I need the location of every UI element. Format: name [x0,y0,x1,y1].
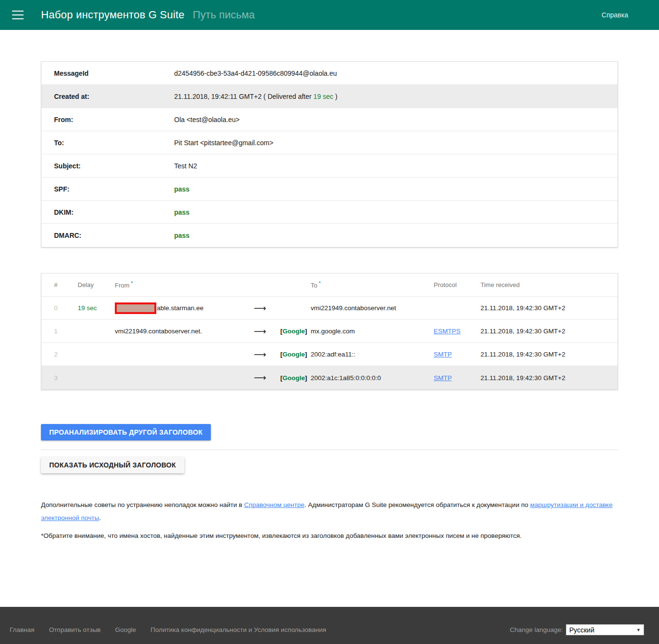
row-dkim: DKIM: pass [41,201,618,224]
hop-time: 21.11.2018, 19:42:30 GMT+2 [481,304,618,312]
dkim-status: pass [174,208,618,216]
troubleshooting-note: Дополнительные советы по устранению непо… [41,498,618,524]
arrow-right-icon: ⟶ [254,326,280,337]
hop-to: 2002:a1c:1a85:0:0:0:0:0 [311,374,434,382]
row-from: From: Ola <test@olaola.eu> [41,108,618,131]
help-center-link[interactable]: Справочном центре [244,501,304,508]
row-label: DKIM: [41,208,174,216]
row-label: Subject: [41,162,174,170]
col-header-protocol: Protocol [434,281,481,288]
protocol-link[interactable]: SMTP [434,374,452,382]
google-tag: [Google] [280,351,311,358]
col-header-from: From* [115,281,254,289]
hops-table-header: # Delay From* To* Protocol Time received [41,274,618,297]
chevron-down-icon: ▼ [636,628,641,632]
page-footer: Главная Отправить отзыв Google Политика … [0,607,659,644]
footer-link-home[interactable]: Главная [10,626,34,633]
from-value: Ola <test@olaola.eu> [174,116,618,123]
messageid-value: d2454956-cbe3-53a4-d421-09586c809944@ola… [174,69,618,77]
col-header-num: # [54,281,78,288]
row-messageid: MessageId d2454956-cbe3-53a4-d421-09586c… [41,62,618,85]
hop-protocol: SMTP [434,351,481,358]
app-title: Набор инструментов G Suite [41,9,185,21]
hop-time: 21.11.2018, 19:42:30 GMT+2 [481,374,618,382]
hostnames-disclaimer: *Обратите внимание, что имена хостов, на… [41,532,618,539]
subject-value: Test N2 [174,162,618,170]
hamburger-menu-icon[interactable] [12,11,24,19]
hop-time: 21.11.2018, 19:42:30 GMT+2 [481,351,618,358]
created-at-value: 21.11.2018, 19:42:11 GMT+2 ( Delivered a… [174,93,618,100]
hops-table: # Delay From* To* Protocol Time received… [41,273,618,390]
footer-link-feedback[interactable]: Отправить отзыв [49,626,100,633]
footer-link-privacy-terms[interactable]: Политика конфиденциальности и Условия ис… [151,626,326,633]
row-label: DMARC: [41,232,174,239]
help-link[interactable]: Справка [602,11,628,19]
to-value: Pit Start <pitstartee@gmail.com> [174,139,618,147]
row-created-at: Created at: 21.11.2018, 19:42:11 GMT+2 (… [41,85,618,108]
protocol-link[interactable]: SMTP [434,351,452,358]
language-select-value: Русский [569,626,636,634]
col-header-to: To* [311,281,434,289]
col-header-time: Time received [481,281,618,288]
hop-to: vmi221949.contaboserver.net [311,304,434,312]
footer-link-google[interactable]: Google [115,626,137,633]
arrow-right-icon: ⟶ [254,349,280,360]
hop-from: vmi221949.contaboserver.net. [115,328,254,335]
hop-index: 0 [54,304,78,312]
hop-to: 2002:adf:ea11:: [311,351,434,358]
row-label: From: [41,116,174,123]
arrow-right-icon: ⟶ [254,303,280,314]
google-tag: [Google] [280,374,311,382]
analyze-another-header-button[interactable]: ПРОАНАЛИЗИРОВАТЬ ДРУГОЙ ЗАГОЛОВОК [41,424,211,440]
language-select[interactable]: Русский ▼ [566,624,644,635]
show-original-header-button[interactable]: ПОКАЗАТЬ ИСХОДНЫЙ ЗАГОЛОВОК [41,457,184,473]
hop-row-0: 0 19 sec able.starman.ee ⟶ vmi221949.con… [41,297,618,320]
hop-index: 1 [54,328,78,335]
google-tag: [Google] [280,328,311,335]
spf-status: pass [174,185,618,193]
row-dmarc: DMARC: pass [41,224,618,247]
hop-protocol: SMTP [434,374,481,382]
hop-to: mx.google.com [311,328,434,335]
hop-row-1: 1 vmi221949.contaboserver.net. ⟶ [Google… [41,320,618,343]
hop-index: 2 [54,351,78,358]
app-bar: Набор инструментов G Suite Путь письма С… [0,0,659,30]
row-spf: SPF: pass [41,178,618,201]
row-label: SPF: [41,185,174,193]
redacted-ip-box [115,302,156,314]
asterisk-note: * [319,281,321,286]
hop-delay: 19 sec [78,304,115,312]
row-label: MessageId [41,69,174,77]
dmarc-status: pass [174,232,618,239]
arrow-right-icon: ⟶ [254,372,280,383]
row-label: Created at: [41,93,174,100]
row-to: To: Pit Start <pitstartee@gmail.com> [41,131,618,154]
message-summary-table: MessageId d2454956-cbe3-53a4-d421-09586c… [41,61,618,247]
asterisk-note: * [131,281,133,286]
hop-row-3: 3 ⟶ [Google] 2002:a1c:1a85:0:0:0:0:0 SMT… [41,366,618,389]
delivered-after-value: 19 sec [314,93,333,100]
hop-time: 21.11.2018, 19:42:30 GMT+2 [481,328,618,335]
main-content: MessageId d2454956-cbe3-53a4-d421-09586c… [41,30,618,539]
hop-from: able.starman.ee [115,302,254,314]
row-label: To: [41,139,174,147]
hop-row-2: 2 ⟶ [Google] 2002:adf:ea11:: SMTP 21.11.… [41,343,618,366]
section-divider [41,450,618,450]
change-language-label: Change language: [510,626,563,633]
hop-index: 3 [54,374,78,382]
col-header-delay: Delay [78,281,115,288]
protocol-link[interactable]: ESMTPS [434,328,461,335]
row-subject: Subject: Test N2 [41,154,618,178]
page-title: Путь письма [193,9,255,21]
hop-protocol: ESMTPS [434,328,481,335]
